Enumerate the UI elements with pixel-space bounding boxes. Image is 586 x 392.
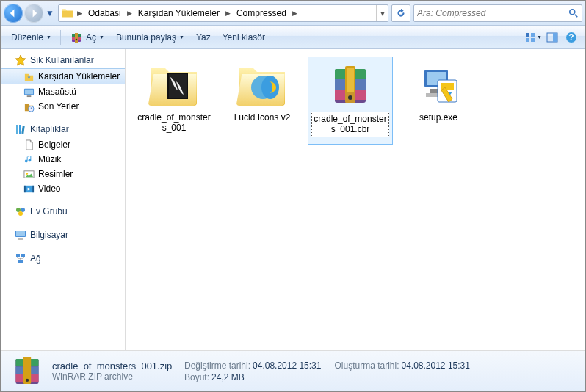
svg-point-0 (570, 9, 575, 14)
svg-rect-9 (531, 38, 535, 42)
help-button[interactable]: ? (562, 29, 581, 46)
search-input[interactable] (414, 8, 565, 18)
svg-rect-15 (24, 89, 32, 94)
folder-icon (233, 59, 292, 111)
svg-rect-16 (26, 95, 31, 97)
sidebar-item-desktop[interactable]: Masaüstü (1, 84, 125, 99)
organize-button[interactable]: Düzenle▼ (5, 29, 57, 46)
nav-bar: ▼ ▶ Odabasi▶ Karşıdan Yüklemeler▶ Compre… (1, 1, 585, 26)
sidebar-item-music[interactable]: Müzik (1, 152, 125, 167)
winrar-icon (70, 31, 83, 44)
details-created-label: Oluşturma tarihi: (334, 360, 401, 371)
sidebar-item-video[interactable]: Video (1, 181, 125, 196)
sidebar-item-pictures[interactable]: Resimler (1, 167, 125, 181)
recent-icon (23, 101, 35, 112)
details-size-label: Boyut: (184, 372, 211, 382)
file-label: cradle_of_monsters_001 (134, 111, 214, 135)
network-icon (14, 252, 27, 265)
svg-rect-6 (526, 33, 529, 37)
chevron-right-icon[interactable]: ▶ (126, 10, 134, 17)
file-item[interactable]: setup.exe (396, 57, 481, 145)
chevron-down-icon: ▼ (46, 35, 51, 40)
details-modified: 04.08.2012 15:31 (253, 360, 321, 371)
search-icon[interactable] (565, 8, 582, 18)
svg-point-26 (16, 208, 21, 212)
svg-rect-4 (75, 33, 78, 43)
svg-rect-19 (19, 125, 21, 134)
details-size: 24,2 MB (211, 372, 245, 382)
svg-point-46 (348, 95, 352, 100)
new-folder-button[interactable]: Yeni klasör (217, 29, 271, 46)
burn-button[interactable]: Yaz (190, 29, 217, 46)
back-button[interactable] (4, 4, 23, 23)
sidebar-favorites[interactable]: Sık Kullanılanlar (1, 52, 125, 68)
sidebar-network[interactable]: Ağ (1, 250, 125, 266)
file-item[interactable]: Lucid Icons v2 (220, 57, 305, 145)
sidebar-item-documents[interactable]: Belgeler (1, 137, 125, 152)
sidebar-libraries[interactable]: Kitaplıklar (1, 121, 125, 137)
explorer-window: ▼ ▶ Odabasi▶ Karşıdan Yüklemeler▶ Compre… (0, 0, 586, 392)
share-button[interactable]: Bununla paylaş▼ (110, 29, 190, 46)
svg-point-22 (26, 173, 28, 175)
svg-rect-31 (18, 238, 23, 240)
svg-point-38 (261, 76, 279, 99)
chevron-right-icon[interactable]: ▶ (291, 10, 299, 17)
chevron-down-icon: ▼ (179, 35, 184, 40)
view-button[interactable]: ▼ (524, 29, 543, 46)
chevron-down-icon: ▼ (99, 35, 104, 40)
file-label: Lucid Icons v2 (233, 111, 292, 124)
svg-point-57 (26, 378, 29, 381)
file-label: setup.exe (418, 111, 459, 124)
svg-text:?: ? (568, 32, 574, 43)
breadcrumb-item[interactable]: Odabasi (84, 8, 126, 18)
svg-rect-24 (23, 185, 25, 192)
video-icon (23, 183, 35, 195)
forward-button[interactable] (24, 4, 43, 23)
svg-rect-8 (526, 38, 529, 42)
file-item[interactable]: cradle_of_monsters_001 (131, 57, 217, 145)
svg-point-27 (21, 208, 25, 212)
svg-point-5 (76, 38, 78, 40)
open-button[interactable]: Aç▼ (64, 28, 110, 47)
svg-rect-30 (16, 231, 25, 236)
sidebar-item-recent[interactable]: Son Yerler (1, 99, 125, 114)
folder-icon (61, 7, 74, 20)
svg-rect-32 (16, 254, 20, 257)
details-modified-label: Değiştirme tarihi: (184, 360, 253, 371)
file-list[interactable]: cradle_of_monsters_001 Lucid Icons v2 (126, 49, 585, 350)
toolbar: Düzenle▼ Aç▼ Bununla paylaş▼ Yaz Yeni kl… (1, 26, 585, 49)
sidebar-item-downloads[interactable]: Karşıdan Yüklemeler (1, 68, 125, 84)
details-created: 04.08.2012 15:31 (401, 360, 469, 371)
computer-icon (14, 228, 27, 242)
preview-pane-button[interactable] (543, 29, 562, 46)
breadcrumb-item[interactable]: Compressed (232, 8, 291, 18)
file-label-editing[interactable]: cradle_of_monsters_001.cbr (311, 112, 389, 137)
chevron-right-icon[interactable]: ▶ (76, 10, 84, 17)
homegroup-icon (14, 205, 27, 218)
refresh-button[interactable] (391, 4, 410, 22)
svg-rect-20 (21, 126, 25, 134)
sidebar: Sık Kullanılanlar Karşıdan Yüklemeler Ma… (1, 49, 126, 350)
downloads-icon (23, 70, 35, 82)
sidebar-homegroup[interactable]: Ev Grubu (1, 203, 125, 219)
svg-rect-34 (18, 260, 23, 263)
search-box[interactable] (413, 4, 582, 22)
folder-icon (145, 59, 203, 111)
star-icon (14, 54, 27, 67)
documents-icon (23, 139, 35, 150)
breadcrumb[interactable]: ▶ Odabasi▶ Karşıdan Yüklemeler▶ Compress… (58, 4, 388, 22)
desktop-icon (23, 86, 35, 98)
svg-rect-33 (21, 254, 25, 257)
sidebar-computer[interactable]: Bilgisayar (1, 227, 125, 243)
breadcrumb-dropdown[interactable]: ▾ (376, 5, 388, 21)
installer-icon (409, 59, 468, 111)
nav-history-dropdown[interactable]: ▼ (45, 4, 55, 23)
breadcrumb-item[interactable]: Karşıdan Yüklemeler (134, 8, 224, 18)
winrar-icon (321, 60, 380, 112)
details-filename: cradle_of_monsters_001.zip (52, 360, 177, 371)
file-item[interactable]: cradle_of_monsters_001.cbr (308, 57, 393, 145)
svg-rect-18 (16, 125, 18, 134)
details-filetype: WinRAR ZIP archive (52, 371, 177, 382)
svg-rect-7 (531, 33, 535, 37)
chevron-right-icon[interactable]: ▶ (224, 10, 232, 17)
